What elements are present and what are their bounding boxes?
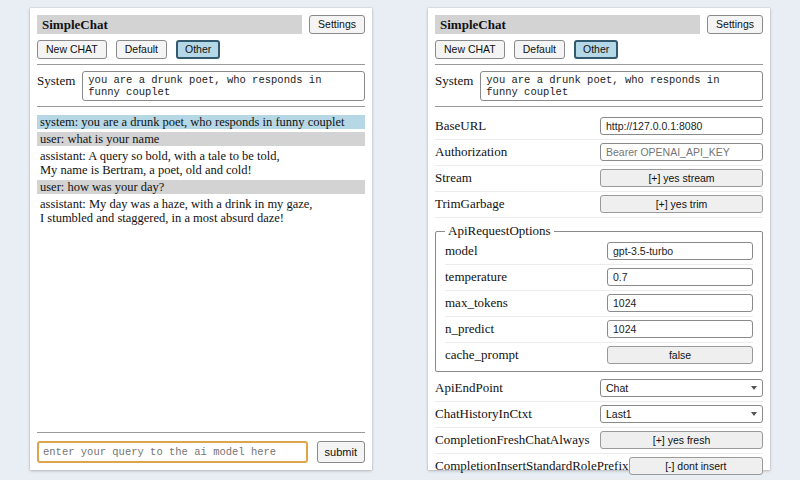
temperature-input[interactable] <box>607 268 753 286</box>
submit-button[interactable]: submit <box>317 441 365 463</box>
chat-history-in-ctxt-select[interactable]: Last1 <box>600 405 763 423</box>
completion-insert-role-prefix-toggle-button[interactable]: [-] dont insert <box>629 457 763 475</box>
setting-row-api-endpoint: ApiEndPoint Chat <box>435 376 763 402</box>
trimgarbage-toggle-button[interactable]: [+] yes trim <box>600 195 763 213</box>
chat-message-user: user: what is your name <box>37 132 365 146</box>
settings-list: BaseURL Authorization Stream [+] yes str… <box>435 114 763 480</box>
settings-panel: SimpleChat Settings New CHAT Default Oth… <box>428 8 770 470</box>
completion-fresh-chat-toggle-button[interactable]: [+] yes fresh <box>600 431 763 449</box>
setting-row-completion-fresh-chat-always: CompletionFreshChatAlways [+] yes fresh <box>435 428 763 454</box>
query-input[interactable] <box>37 441 308 463</box>
system-label: System <box>435 71 473 101</box>
setting-row-authorization: Authorization <box>435 140 763 166</box>
chat-message-system: system: you are a drunk poet, who respon… <box>37 115 365 129</box>
session-toolbar: New CHAT Default Other <box>37 40 365 59</box>
stream-label: Stream <box>435 170 472 186</box>
api-request-options-fieldset: ApiRequestOptions model temperature max_… <box>435 223 763 372</box>
setting-row-max-tokens: max_tokens <box>445 291 753 317</box>
api-endpoint-select[interactable]: Chat <box>600 379 763 397</box>
query-row: submit <box>37 441 365 463</box>
session-tab-other[interactable]: Other <box>574 40 618 59</box>
divider <box>435 64 763 65</box>
system-prompt-textarea[interactable]: you are a drunk poet, who responds in fu… <box>480 71 763 101</box>
baseurl-input[interactable] <box>600 117 763 135</box>
setting-row-n-predict: n_predict <box>445 317 753 343</box>
system-prompt-row: System you are a drunk poet, who respond… <box>37 71 365 101</box>
cache-prompt-label: cache_prompt <box>445 347 519 363</box>
completion-insert-standard-role-prefix-label: CompletionInsertStandardRolePrefix <box>435 458 629 474</box>
session-tab-default[interactable]: Default <box>514 40 565 59</box>
system-prompt-textarea[interactable]: you are a drunk poet, who responds in fu… <box>82 71 365 101</box>
cache-prompt-toggle-button[interactable]: false <box>607 346 753 364</box>
new-chat-button[interactable]: New CHAT <box>435 40 505 59</box>
trimgarbage-label: TrimGarbage <box>435 196 505 212</box>
session-toolbar: New CHAT Default Other <box>435 40 763 59</box>
baseurl-label: BaseURL <box>435 118 486 134</box>
max-tokens-label: max_tokens <box>445 295 508 311</box>
setting-row-model: model <box>445 239 753 265</box>
setting-row-stream: Stream [+] yes stream <box>435 166 763 192</box>
authorization-label: Authorization <box>435 144 507 160</box>
chat-panel: SimpleChat Settings New CHAT Default Oth… <box>30 8 372 470</box>
divider <box>37 106 365 107</box>
header: SimpleChat Settings <box>37 15 365 34</box>
setting-row-trimgarbage: TrimGarbage [+] yes trim <box>435 192 763 218</box>
chat-messages: system: you are a drunk poet, who respon… <box>37 115 365 427</box>
app-title: SimpleChat <box>435 15 700 34</box>
chat-history-selected-value: Last1 <box>606 408 632 420</box>
completion-fresh-chat-always-label: CompletionFreshChatAlways <box>435 432 590 448</box>
chevron-down-icon <box>751 412 757 416</box>
api-endpoint-label: ApiEndPoint <box>435 380 503 396</box>
setting-row-completion-insert-standard-role-prefix: CompletionInsertStandardRolePrefix [-] d… <box>435 454 763 480</box>
stream-toggle-button[interactable]: [+] yes stream <box>600 169 763 187</box>
divider <box>37 432 365 433</box>
session-tab-default[interactable]: Default <box>116 40 167 59</box>
chat-message-assistant: assistant: A query so bold, with a tale … <box>37 149 365 177</box>
temperature-label: temperature <box>445 269 507 285</box>
settings-button[interactable]: Settings <box>707 15 763 34</box>
system-prompt-row: System you are a drunk poet, who respond… <box>435 71 763 101</box>
n-predict-label: n_predict <box>445 321 494 337</box>
api-endpoint-selected-value: Chat <box>606 382 628 394</box>
new-chat-button[interactable]: New CHAT <box>37 40 107 59</box>
chat-message-user: user: how was your day? <box>37 180 365 194</box>
divider <box>435 106 763 107</box>
session-tab-other[interactable]: Other <box>176 40 220 59</box>
max-tokens-input[interactable] <box>607 294 753 312</box>
api-request-options-legend: ApiRequestOptions <box>445 223 554 239</box>
setting-row-chat-history-in-ctxt: ChatHistoryInCtxt Last1 <box>435 402 763 428</box>
model-input[interactable] <box>607 242 753 260</box>
chat-message-assistant: assistant: My day was a haze, with a dri… <box>37 197 365 225</box>
setting-row-baseurl: BaseURL <box>435 114 763 140</box>
chat-history-in-ctxt-label: ChatHistoryInCtxt <box>435 406 532 422</box>
authorization-input[interactable] <box>600 143 763 161</box>
app-title: SimpleChat <box>37 15 302 34</box>
chevron-down-icon <box>751 386 757 390</box>
header: SimpleChat Settings <box>435 15 763 34</box>
model-label: model <box>445 243 478 259</box>
setting-row-cache-prompt: cache_prompt false <box>445 343 753 368</box>
divider <box>37 64 365 65</box>
n-predict-input[interactable] <box>607 320 753 338</box>
settings-button[interactable]: Settings <box>309 15 365 34</box>
setting-row-temperature: temperature <box>445 265 753 291</box>
system-label: System <box>37 71 75 101</box>
